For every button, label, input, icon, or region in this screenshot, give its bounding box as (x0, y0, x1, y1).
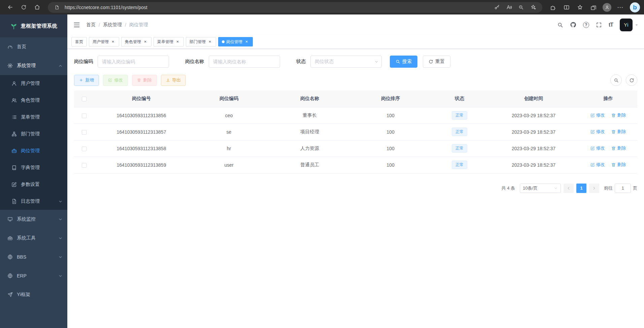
cell-post-id: 1641030593112313859 (94, 157, 189, 173)
sidebar-item-system-monitor[interactable]: 系统监控 (0, 210, 67, 229)
user-avatar[interactable]: Yi (620, 19, 633, 31)
edit-icon (590, 113, 595, 118)
caret-down-icon[interactable] (635, 23, 639, 27)
plus-icon (79, 78, 83, 82)
sidebar-collapse-icon[interactable] (67, 14, 86, 35)
sidebar-item-post-management[interactable]: 岗位管理 (0, 142, 67, 159)
sidebar-item-system-tools[interactable]: 系统工具 (0, 229, 67, 248)
github-icon[interactable] (567, 14, 580, 35)
help-icon[interactable]: ? (580, 14, 592, 35)
breadcrumb-home[interactable]: 首页 (86, 22, 96, 28)
add-button[interactable]: 新增 (74, 75, 99, 86)
tab-post-management[interactable]: 岗位管理× (218, 37, 253, 46)
refresh-table-button[interactable] (626, 74, 637, 86)
sidebar-item-parameter-settings[interactable]: 参数设置 (0, 176, 67, 193)
sidebar-item-erp[interactable]: ERP (0, 266, 67, 285)
reset-button[interactable]: 重置 (423, 56, 450, 68)
tab-user-management[interactable]: 用户管理× (89, 37, 119, 46)
row-delete-link[interactable]: 删除 (611, 145, 626, 151)
row-edit-link[interactable]: 修改 (590, 129, 605, 135)
bing-chat-icon[interactable]: b (630, 2, 640, 12)
globe-icon (7, 254, 13, 260)
row-checkbox[interactable] (82, 146, 87, 151)
trash-icon (611, 163, 616, 167)
sidebar-item-role-management[interactable]: 角色管理 (0, 92, 67, 109)
url-text: https://ccnetcore.com:1101/system/post (65, 5, 489, 10)
row-checkbox[interactable] (82, 163, 87, 168)
browser-menu-icon[interactable]: ⋯ (614, 2, 626, 13)
page-number-button[interactable]: 1 (576, 184, 586, 193)
breadcrumb-system-management[interactable]: 系统管理 (103, 22, 122, 28)
row-edit-link[interactable]: 修改 (590, 162, 605, 168)
row-edit-link[interactable]: 修改 (590, 112, 605, 118)
sidebar-item-bbs[interactable]: BBS (0, 248, 67, 266)
select-all-checkbox[interactable] (82, 97, 87, 101)
sidebar-item-label: 用户管理 (21, 80, 40, 87)
status-select[interactable]: 岗位状态 (310, 56, 382, 68)
list-icon (11, 114, 17, 120)
page-content: 岗位编码 岗位名称 状态 岗位状态 搜索 (67, 49, 644, 328)
tab-menu-management[interactable]: 菜单管理× (154, 37, 184, 46)
monitor-icon (7, 217, 13, 222)
sidebar-item-log-management[interactable]: 日志管理 (0, 193, 67, 210)
page-info-icon[interactable] (53, 3, 61, 12)
sidebar-item-label: 菜单管理 (21, 114, 40, 120)
edit-icon (590, 130, 595, 134)
address-bar[interactable]: https://ccnetcore.com:1101/system/post (48, 2, 542, 13)
edit-button[interactable]: 修改 (103, 75, 128, 86)
browser-profile-button[interactable] (601, 2, 613, 13)
prev-page-button[interactable] (564, 184, 574, 193)
close-icon[interactable]: × (207, 39, 212, 44)
collections-icon[interactable] (587, 2, 600, 13)
favorites-icon[interactable] (574, 2, 586, 13)
close-icon[interactable]: × (175, 39, 180, 44)
font-size-icon[interactable]: tT (605, 14, 616, 35)
zoom-icon[interactable] (517, 3, 526, 12)
page-size-select[interactable]: 10条/页 (520, 184, 561, 193)
app-logo[interactable]: 意框架管理系统 (0, 14, 67, 37)
add-favorite-star-icon[interactable] (529, 3, 538, 12)
read-aloud-icon[interactable] (505, 3, 513, 12)
tab-department-management[interactable]: 部门管理× (186, 37, 216, 46)
close-icon[interactable]: × (143, 39, 148, 44)
sidebar-item-department-management[interactable]: 部门管理 (0, 126, 67, 142)
sidebar-item-dictionary-management[interactable]: 字典管理 (0, 159, 67, 176)
table-toolbar: 新增 修改 删除 导出 (74, 74, 637, 86)
next-page-button[interactable] (589, 184, 599, 193)
fullscreen-icon[interactable] (592, 14, 605, 35)
row-checkbox[interactable] (82, 130, 87, 135)
sidebar-item-label: 系统工具 (17, 235, 36, 241)
browser-refresh-button[interactable] (18, 2, 30, 13)
row-checkbox[interactable] (82, 113, 87, 118)
tab-role-management[interactable]: 角色管理× (121, 37, 151, 46)
close-icon[interactable]: × (110, 39, 115, 44)
sidebar-item-menu-management[interactable]: 菜单管理 (0, 109, 67, 126)
row-delete-link[interactable]: 删除 (611, 112, 626, 118)
split-screen-icon[interactable] (561, 2, 573, 13)
password-key-icon[interactable] (493, 3, 501, 12)
app-navbar: 首页 / 系统管理 / 岗位管理 ? tT Yi (67, 14, 644, 35)
search-button[interactable]: 搜索 (390, 56, 417, 68)
header-search-icon[interactable] (554, 14, 567, 35)
browser-back-button[interactable] (4, 2, 16, 13)
post-code-input[interactable] (98, 56, 169, 68)
row-delete-link[interactable]: 删除 (611, 129, 626, 135)
tab-home[interactable]: 首页 (71, 37, 87, 46)
export-button[interactable]: 导出 (161, 75, 186, 86)
sidebar-item-yi-framework[interactable]: Yi框架 (0, 285, 67, 304)
post-name-input[interactable] (209, 56, 280, 68)
goto-page-input[interactable] (615, 184, 631, 193)
browser-home-button[interactable] (31, 2, 43, 13)
row-edit-link[interactable]: 修改 (590, 145, 605, 151)
sidebar-item-user-management[interactable]: 用户管理 (0, 75, 67, 92)
show-search-toggle-button[interactable] (610, 74, 622, 86)
row-delete-link[interactable]: 删除 (611, 162, 626, 168)
delete-button[interactable]: 删除 (132, 75, 157, 86)
sidebar-item-system-management[interactable]: 系统管理 (0, 56, 67, 75)
table-row: 1641030593112313857 se 项目经理 100 正常 2023-… (74, 124, 637, 140)
cell-post-code: hr (189, 140, 269, 157)
extensions-icon[interactable] (547, 2, 559, 13)
sidebar-item-home[interactable]: 首页 (0, 37, 67, 56)
status-badge: 正常 (452, 144, 467, 153)
close-icon[interactable]: × (244, 39, 249, 44)
